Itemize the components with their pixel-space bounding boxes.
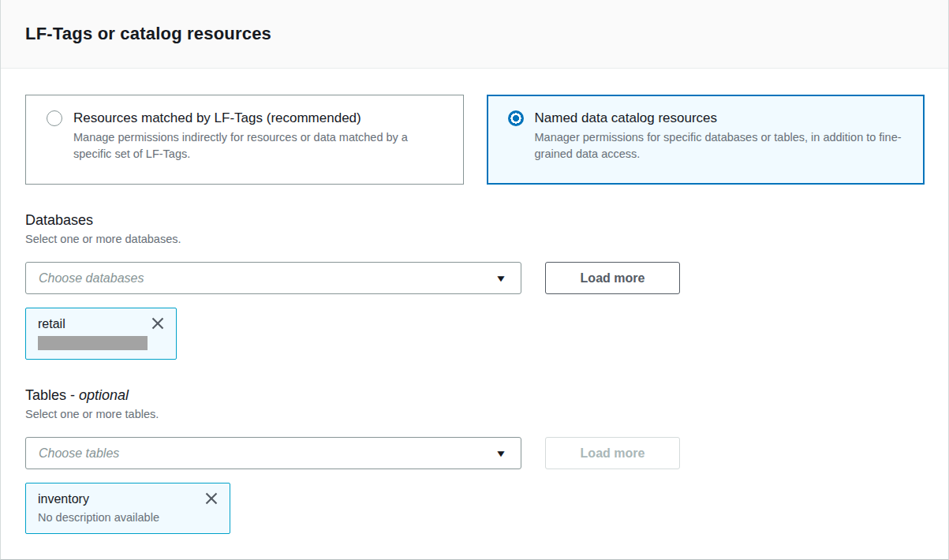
tile-text: Named data catalog resources Manager per… (535, 109, 906, 172)
close-icon (151, 316, 165, 330)
panel-content: Resources matched by LF-Tags (recommende… (1, 95, 948, 534)
databases-label: Databases (25, 211, 925, 229)
tile-named-data-catalog-resources[interactable]: Named data catalog resources Manager per… (487, 95, 925, 185)
tile-title: Named data catalog resources (535, 109, 906, 128)
chevron-down-icon: ▼ (495, 273, 506, 284)
lf-tags-catalog-resources-panel: LF-Tags or catalog resources Resources m… (0, 0, 949, 560)
resource-method-tiles: Resources matched by LF-Tags (recommende… (25, 95, 925, 185)
token-name: inventory (38, 490, 89, 508)
tile-description: Manage permissions indirectly for resour… (73, 129, 444, 162)
token-name: retail (38, 315, 65, 333)
radio-unselected-icon[interactable] (47, 110, 62, 126)
panel-header: LF-Tags or catalog resources (1, 0, 948, 69)
close-icon (204, 491, 219, 506)
databases-field-row: Choose databases ▼ Load more (25, 262, 925, 294)
tables-hint: Select one or more tables. (25, 407, 925, 421)
databases-load-more-button[interactable]: Load more (545, 262, 680, 294)
tables-select[interactable]: Choose tables ▼ (25, 437, 521, 469)
tile-description: Manager permissions for specific databas… (535, 129, 906, 162)
tile-title: Resources matched by LF-Tags (recommende… (73, 109, 444, 128)
table-token-inventory: inventory No description available (25, 483, 230, 534)
databases-select[interactable]: Choose databases ▼ (25, 262, 521, 294)
tile-text: Resources matched by LF-Tags (recommende… (73, 109, 444, 172)
panel-title: LF-Tags or catalog resources (25, 24, 271, 44)
redacted-description-bar (38, 336, 148, 350)
tile-resources-matched-by-lf-tags[interactable]: Resources matched by LF-Tags (recommende… (25, 95, 464, 185)
databases-select-placeholder: Choose databases (39, 271, 144, 286)
token-description: No description available (38, 510, 220, 525)
tables-label: Tables - optional (25, 386, 925, 404)
remove-table-token-button[interactable] (203, 490, 220, 507)
remove-database-token-button[interactable] (149, 315, 166, 332)
database-token-retail: retail (25, 308, 177, 360)
tables-field-row: Choose tables ▼ Load more (25, 437, 925, 469)
radio-selected-icon[interactable] (508, 110, 524, 126)
chevron-down-icon: ▼ (495, 448, 506, 459)
token-header: retail (38, 315, 166, 333)
databases-hint: Select one or more databases. (25, 232, 925, 246)
tables-label-text: Tables - (25, 387, 75, 403)
tables-select-placeholder: Choose tables (39, 446, 119, 461)
token-header: inventory (38, 490, 220, 508)
tables-optional-label: optional (79, 387, 129, 403)
tables-load-more-button[interactable]: Load more (545, 437, 680, 469)
